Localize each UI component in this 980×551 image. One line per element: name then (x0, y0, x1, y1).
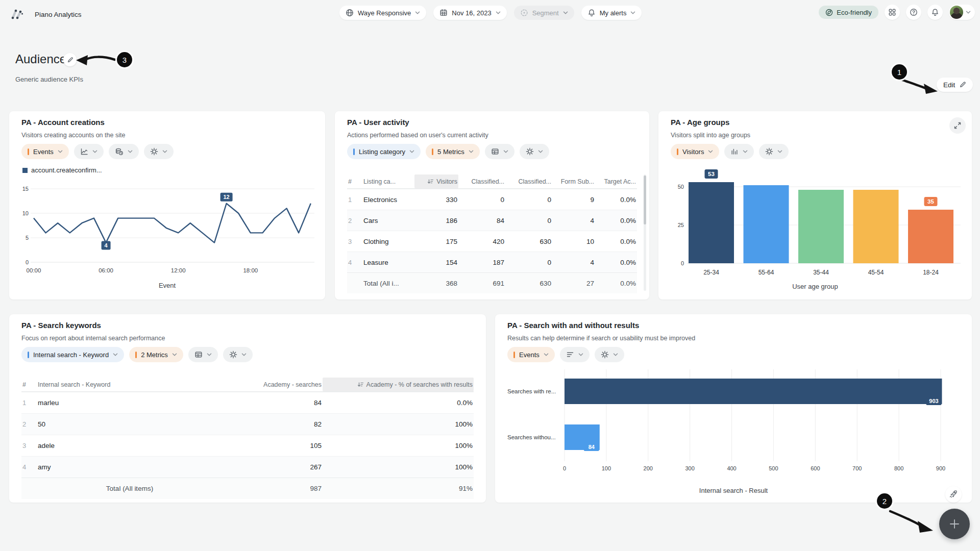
table-cell: 0.0% (595, 280, 637, 287)
metric-pill[interactable]: Events (507, 347, 555, 362)
table-icon (194, 350, 203, 359)
dimension-pill[interactable]: Listing category (347, 144, 421, 159)
settings-pill[interactable] (520, 144, 549, 159)
my-alerts-button[interactable]: My alerts (581, 6, 642, 20)
table-cell: 0 (505, 217, 552, 224)
widget-search-results: PA - Search with and without results Res… (495, 314, 972, 503)
column-header[interactable]: # (347, 174, 362, 188)
table-cell: 4 (552, 259, 595, 266)
chevron-down-icon (630, 11, 635, 14)
table-cell: 0.0% (595, 259, 637, 266)
chart-type-pill[interactable] (188, 347, 218, 362)
bar-chart: 0255025-3455-6435-4445-5418-245335 (667, 178, 964, 278)
bell-icon (931, 8, 939, 16)
chevron-down-icon (578, 353, 583, 356)
add-widget-button[interactable] (939, 509, 970, 539)
column-header[interactable]: Internal search - Keyword (37, 378, 223, 391)
svg-text:Searches with re...: Searches with re... (507, 388, 556, 394)
column-header[interactable]: Classified... (458, 174, 505, 188)
chart-type-pill[interactable] (74, 144, 104, 159)
table-total-row: Total (All i...368691630270.0% (347, 272, 637, 293)
dimension-pill-label: Internal search - Keyword (33, 351, 109, 359)
settings-pill[interactable] (144, 144, 174, 159)
chart-type-pill[interactable] (485, 144, 514, 159)
table-cell: 50 (37, 420, 223, 428)
table-cell: Cars (362, 217, 414, 224)
chart-type-pill[interactable] (560, 347, 590, 362)
table-cell: 105 (223, 442, 323, 449)
table-cell: Total (All i... (362, 280, 414, 287)
table-cell: 186 (414, 217, 458, 224)
leaf-icon (825, 9, 833, 16)
data-period-pill[interactable] (109, 144, 139, 159)
table-cell: Total (All items) (37, 485, 223, 492)
metric-accent (513, 352, 515, 358)
eco-friendly-badge[interactable]: Eco-friendly (819, 6, 878, 19)
metric-pill[interactable]: 2 Metrics (129, 347, 183, 362)
chevron-down-icon (743, 150, 748, 153)
table-cell: 4 (552, 217, 595, 224)
table-cell: Leasure (362, 259, 414, 266)
table-cell: 84 (458, 217, 505, 224)
widget-title: PA - User activity (347, 118, 409, 127)
table-cell: 100% (323, 420, 474, 428)
rename-dashboard-button[interactable] (63, 53, 77, 66)
help-button[interactable] (906, 5, 921, 20)
table-cell: 0.0% (323, 399, 474, 407)
column-header[interactable]: Visitors (414, 174, 458, 188)
site-selector[interactable]: Waye Responsive (339, 6, 426, 20)
metric-pill[interactable]: Visitors (671, 144, 719, 159)
svg-text:15: 15 (22, 186, 29, 192)
apps-grid-button[interactable] (885, 5, 900, 20)
calendar-icon (439, 9, 448, 17)
settings-pill[interactable] (223, 347, 253, 362)
quick-start-button[interactable] (945, 486, 962, 503)
metric-pill-label: Events (519, 351, 540, 359)
segment-selector[interactable]: Segment (514, 6, 574, 20)
chevron-down-icon (162, 150, 167, 153)
chevron-down-icon (58, 150, 63, 153)
topbar-right: Eco-friendly (819, 5, 975, 20)
svg-text:45-54: 45-54 (868, 269, 884, 276)
chart-type-pill[interactable] (724, 144, 754, 159)
date-selector[interactable]: Nov 16, 2023 (433, 6, 506, 20)
line-chart-svg: 05101500:0006:0012:0018:00412 (20, 183, 316, 278)
table-cell: 82 (223, 420, 323, 428)
column-header[interactable]: Classified... (505, 174, 552, 188)
svg-text:18-24: 18-24 (923, 269, 939, 276)
column-header[interactable]: # (21, 378, 37, 391)
metric-accent (432, 148, 433, 155)
dimension-pill[interactable]: Internal search - Keyword (21, 347, 124, 362)
date-selector-label: Nov 16, 2023 (452, 9, 491, 17)
chevron-down-icon (241, 353, 247, 356)
line-chart-icon (80, 147, 88, 156)
table-cell: 3 (347, 238, 362, 245)
metric-pill[interactable]: 5 Metrics (426, 144, 480, 159)
expand-widget-button[interactable] (949, 117, 966, 134)
edit-dashboard-button[interactable]: Edit (937, 78, 973, 92)
eco-friendly-label: Eco-friendly (837, 9, 872, 16)
column-header[interactable]: Target Ac... (595, 174, 637, 188)
widget-title: PA - Age groups (671, 118, 729, 127)
scrollbar-thumb[interactable] (644, 176, 646, 224)
notifications-button[interactable] (927, 5, 943, 20)
x-axis-label: User age group (658, 283, 972, 290)
table-cell: 691 (458, 280, 505, 287)
table-cell: 187 (458, 259, 505, 266)
column-header[interactable]: Academy - searches (223, 378, 323, 391)
annotation-badge-1: 1 (890, 63, 909, 81)
settings-pill[interactable] (595, 347, 624, 362)
column-header[interactable]: Form Sub... (552, 174, 595, 188)
account-menu[interactable] (949, 5, 975, 20)
column-header-label: Academy - searches (263, 381, 322, 388)
table-cell: 0.0% (595, 196, 637, 204)
column-header[interactable]: Academy - % of searches with results (323, 378, 474, 391)
svg-text:0: 0 (26, 259, 29, 265)
column-header[interactable]: Listing ca... (362, 174, 414, 188)
topbar-controls: Waye Responsive Nov 16, 2023 Segment My … (339, 6, 642, 20)
chevron-down-icon (172, 353, 177, 356)
column-header-label: Academy - % of searches with results (366, 381, 473, 388)
metric-pill[interactable]: Events (21, 144, 69, 159)
settings-pill[interactable] (759, 144, 789, 159)
table-cell: 0.0% (595, 217, 637, 224)
